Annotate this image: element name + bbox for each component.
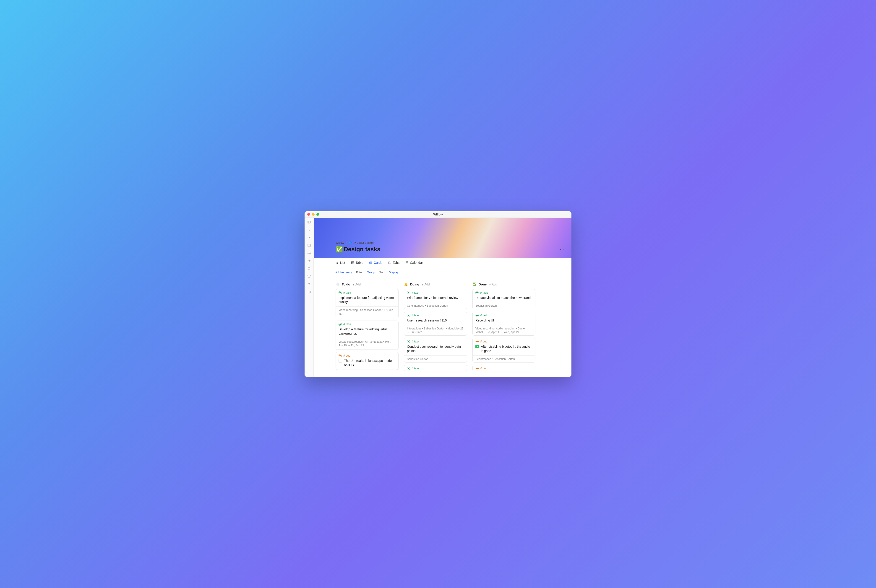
column-header: ✅Done+Add: [472, 282, 535, 286]
tab-tabs[interactable]: Tabs: [388, 261, 400, 264]
card-title: Conduct user research to identify pain p…: [404, 345, 467, 356]
card-tag-row: # task: [404, 338, 467, 345]
task-card[interactable]: # bug: [472, 365, 535, 371]
svg-rect-21: [406, 262, 408, 264]
plus-icon: +: [422, 282, 424, 286]
search-icon[interactable]: [307, 267, 311, 271]
activity-icon[interactable]: [307, 259, 311, 263]
tab-table[interactable]: Table: [351, 261, 363, 264]
svg-rect-0: [308, 221, 311, 223]
card-title: Update visuals to match the new brand: [473, 296, 535, 302]
task-card[interactable]: # taskWireframes for v2 for internal rev…: [404, 289, 467, 309]
column-title: Done: [479, 282, 487, 286]
card-meta: Integrations • Sebastian Gorton • Mon, M…: [404, 325, 467, 336]
task-card[interactable]: # taskDevelop a feature for adding virtu…: [335, 321, 398, 350]
sidebar-more-icon[interactable]: ⋯: [307, 370, 311, 374]
page-more-button[interactable]: ⋯: [560, 247, 564, 252]
tag-dot-icon: [338, 354, 342, 357]
live-query-button[interactable]: Live query: [335, 271, 352, 274]
window-title: Willow: [433, 213, 443, 216]
filter-button[interactable]: Filter: [356, 271, 363, 274]
breadcrumb-root[interactable]: Willow: [335, 241, 344, 244]
plus-icon: +: [352, 282, 355, 286]
card-tag-row: # task: [404, 365, 467, 371]
group-button[interactable]: Group: [367, 271, 375, 274]
checkbox-empty[interactable]: [338, 359, 342, 363]
tag-dot-icon: [475, 314, 479, 317]
tab-calendar[interactable]: Calendar: [406, 261, 423, 264]
svg-line-5: [310, 269, 310, 270]
card-tag-row: # task: [473, 312, 535, 318]
task-card[interactable]: # taskConduct user research to identify …: [404, 338, 467, 362]
back-icon[interactable]: [307, 228, 311, 232]
card-tag: # task: [480, 291, 488, 294]
card-meta: Sebastian Gorton: [404, 356, 467, 363]
filter-bar: Live query Filter Group Sort Display: [314, 268, 571, 277]
column-emoji: ✅: [472, 282, 476, 286]
card-meta: Core interface • Sebastian Gorton: [404, 302, 467, 309]
card-tag: # task: [480, 314, 488, 317]
titlebar: Willow: [305, 212, 571, 218]
task-card[interactable]: # task: [404, 365, 467, 371]
minimize-window-button[interactable]: [312, 213, 315, 216]
chevron-right-icon: ›: [346, 241, 347, 244]
board-column: ✅Done+Add# taskUpdate visuals to match t…: [472, 282, 535, 371]
tag-dot-icon: [407, 367, 410, 370]
checkbox-done[interactable]: [475, 345, 479, 348]
task-card[interactable]: # taskUser research session #110Integrat…: [404, 312, 467, 336]
card-title: Implement a feature for adjusting video …: [336, 296, 398, 307]
inbox-icon[interactable]: [307, 251, 311, 255]
archive-icon[interactable]: [307, 274, 311, 278]
calendar-icon[interactable]: [307, 243, 311, 248]
column-header: ☁️To do+Add: [335, 282, 398, 286]
card-title: The UI breaks in landscape mode on iOS.: [336, 358, 398, 370]
close-window-button[interactable]: [307, 213, 310, 216]
banner: Willow › 🔷 Product design ✅ Design tasks…: [314, 218, 571, 258]
add-card-button[interactable]: +Add: [489, 282, 497, 286]
main: Willow › 🔷 Product design ✅ Design tasks…: [314, 218, 571, 377]
fullscreen-window-button[interactable]: [316, 213, 319, 216]
tab-cards[interactable]: Cards: [369, 261, 382, 264]
svg-rect-20: [389, 262, 391, 264]
card-tag-row: # bug: [336, 352, 398, 358]
content: ⋯ Willow › 🔷 Product design ✅ Design tas…: [305, 218, 571, 377]
card-tag-row: # task: [336, 290, 398, 296]
breadcrumb-section[interactable]: Product design: [354, 241, 374, 244]
forward-icon[interactable]: [307, 236, 311, 240]
live-dot-icon: [335, 272, 337, 273]
pin-icon[interactable]: [307, 282, 311, 286]
traffic-lights: [307, 213, 319, 216]
card-tag: # task: [412, 340, 419, 343]
dashboard-icon[interactable]: [307, 290, 311, 294]
task-card[interactable]: # taskImplement a feature for adjusting …: [335, 289, 398, 318]
tag-dot-icon: [338, 291, 342, 294]
card-title: After disabling bluetooth, the audio is …: [473, 345, 535, 356]
board-column: ☁️To do+Add# taskImplement a feature for…: [335, 282, 398, 371]
tag-dot-icon: [407, 291, 410, 294]
card-tag: # task: [412, 291, 419, 294]
view-tabs: List Table Cards Tabs Calendar: [314, 258, 571, 268]
card-title: Develop a feature for adding virtual bac…: [336, 327, 398, 338]
task-card[interactable]: # bugThe UI breaks in landscape mode on …: [335, 352, 398, 370]
page-title-text: Design tasks: [344, 246, 380, 253]
column-emoji: ☁️: [335, 282, 340, 286]
card-tag: # task: [343, 322, 351, 326]
card-meta: Performance • Sebastian Gorton: [473, 356, 535, 363]
card-tag: # bug: [480, 340, 487, 343]
task-card[interactable]: # bugAfter disabling bluetooth, the audi…: [472, 338, 535, 362]
card-tag-row: # task: [336, 321, 398, 327]
task-card[interactable]: # taskRecording UIVideo recording, Audio…: [472, 312, 535, 336]
tab-list[interactable]: List: [335, 261, 345, 264]
card-title: Recording UI: [473, 318, 535, 325]
column-title: To do: [342, 282, 350, 286]
svg-rect-6: [308, 275, 311, 276]
card-meta: Sebastian Gorton: [473, 302, 535, 309]
add-card-button[interactable]: +Add: [352, 282, 361, 286]
task-card[interactable]: # taskUpdate visuals to match the new br…: [472, 289, 535, 309]
sort-button[interactable]: Sort: [379, 271, 385, 274]
display-button[interactable]: Display: [389, 271, 398, 274]
tag-dot-icon: [475, 291, 479, 294]
add-card-button[interactable]: +Add: [422, 282, 430, 286]
panel-toggle-icon[interactable]: [307, 220, 311, 224]
tag-dot-icon: [407, 314, 410, 317]
